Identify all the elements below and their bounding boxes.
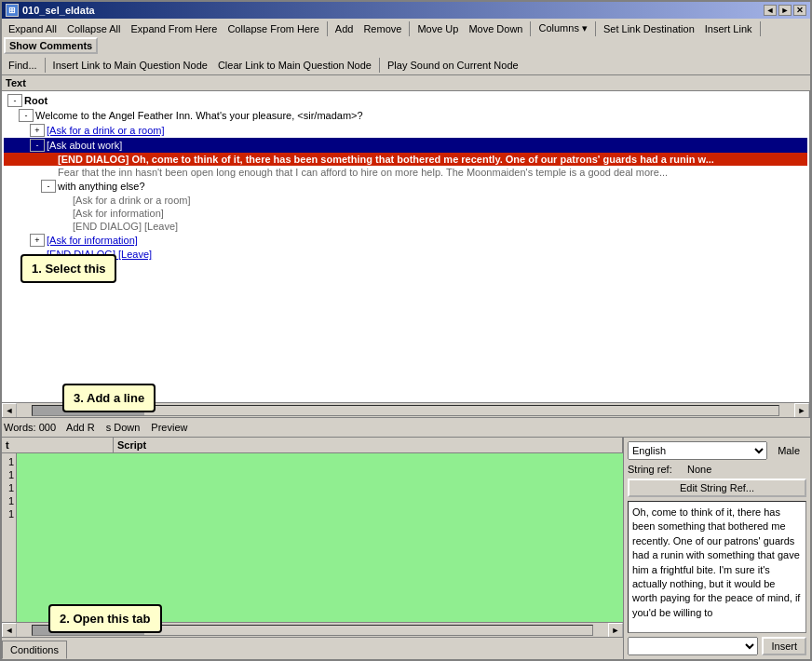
- line-1: 1: [2, 455, 16, 468]
- language-select[interactable]: English: [628, 441, 767, 460]
- conditions-tab[interactable]: Conditions: [2, 641, 67, 659]
- props-stringref-row: String ref: None: [628, 464, 806, 475]
- expander-work[interactable]: -: [30, 139, 45, 152]
- tree-info-sub-text: [Ask for information]: [73, 208, 164, 219]
- tree-node-anything[interactable]: - with anything else?: [4, 179, 807, 194]
- string-ref-label: String ref:: [628, 464, 683, 475]
- script-scroll-left-btn[interactable]: ◄: [2, 623, 17, 638]
- nav-back-btn[interactable]: ◄: [764, 5, 777, 16]
- nav-forward-btn[interactable]: ►: [778, 5, 792, 16]
- line-5: 1: [2, 507, 16, 520]
- tree-drink-sub-text: [Ask for a drink or a room]: [73, 195, 191, 206]
- tree-node-drink-sub[interactable]: [Ask for a drink or a room]: [4, 194, 807, 207]
- tree-node-fear[interactable]: Fear that the inn hasn't been open long …: [4, 166, 807, 179]
- collapse-from-here-btn[interactable]: Collapse From Here: [223, 21, 323, 36]
- show-comments-btn[interactable]: Show Comments: [4, 37, 98, 54]
- expander-drink[interactable]: +: [30, 124, 45, 137]
- tooltip-select-this: 1. Select this: [20, 254, 116, 283]
- script-scroll-right-btn[interactable]: ►: [608, 623, 623, 638]
- tree-area[interactable]: - Root - Welcome to the Angel Feather In…: [2, 91, 809, 402]
- bottom-tabs: Conditions 2. Open this tab: [2, 637, 623, 659]
- props-panel: English Male String ref: None Edit Strin…: [624, 438, 810, 659]
- male-btn[interactable]: Male: [771, 442, 806, 459]
- scroll-left-btn[interactable]: ◄: [2, 403, 17, 418]
- script-content-row: 1 1 1 1 1: [2, 453, 623, 622]
- script-header: t Script: [2, 438, 623, 453]
- bottom-panel: Words: 000 Add R 3. Add a line s Down Pr…: [2, 417, 810, 659]
- remove-btn[interactable]: Remove: [359, 21, 406, 36]
- bottom-content: t Script 1 1 1 1 1 ◄: [2, 438, 810, 659]
- move-down-btn[interactable]: Move Down: [464, 21, 527, 36]
- toolbar-row-1: Expand All Collapse All Expand From Here…: [2, 19, 810, 56]
- props-language-row: English Male: [628, 441, 806, 460]
- string-ref-value: None: [687, 464, 711, 475]
- clear-link-main-btn[interactable]: Clear Link to Main Question Node: [213, 58, 376, 73]
- columns-btn[interactable]: Columns ▾: [534, 20, 591, 36]
- tree-node-leave[interactable]: [END DIALOG] [Leave]: [4, 248, 807, 261]
- toolbar-row-2: Find... Insert Link to Main Question Nod…: [2, 56, 810, 74]
- line-numbers: 1 1 1 1 1: [2, 453, 17, 622]
- s-down-btn[interactable]: s Down: [102, 420, 145, 435]
- tree-root-label: Root: [24, 95, 47, 106]
- expander-root[interactable]: -: [7, 94, 22, 107]
- insert-select[interactable]: [628, 637, 758, 655]
- tree-anything-text: with anything else?: [58, 181, 145, 192]
- tree-node-welcome[interactable]: - Welcome to the Angel Feather Inn. What…: [4, 108, 807, 123]
- separator-1: [327, 21, 328, 36]
- edit-string-ref-btn[interactable]: Edit String Ref...: [628, 479, 806, 497]
- props-text-area: Oh, come to think of it, there has been …: [628, 501, 806, 633]
- tree-node-root[interactable]: - Root: [4, 93, 807, 108]
- script-table[interactable]: [17, 453, 623, 622]
- play-sound-btn[interactable]: Play Sound on Current Node: [383, 58, 523, 73]
- tree-welcome-text: Welcome to the Angel Feather Inn. What's…: [35, 110, 363, 121]
- tree-node-info-sub[interactable]: [Ask for information]: [4, 207, 807, 220]
- main-area: - Root - Welcome to the Angel Feather In…: [2, 91, 810, 417]
- separator-6: [45, 58, 46, 73]
- title-bar-controls: ◄ ► ✕: [764, 5, 806, 16]
- set-link-dest-btn[interactable]: Set Link Destination: [599, 21, 699, 36]
- tree-node-work[interactable]: - [Ask about work]: [4, 138, 807, 153]
- expander-welcome[interactable]: -: [19, 109, 34, 122]
- line-3: 1: [2, 481, 16, 494]
- tooltip-add-line: 3. Add a line: [62, 384, 156, 412]
- props-bottom-row: Insert: [628, 637, 806, 655]
- separator-7: [379, 58, 380, 73]
- tree-leave-sub-text: [END DIALOG] [Leave]: [73, 221, 178, 232]
- window-title: 010_sel_eldata: [22, 5, 95, 16]
- insert-link-btn[interactable]: Insert Link: [700, 21, 757, 36]
- separator-4: [595, 21, 596, 36]
- expand-all-btn[interactable]: Expand All: [4, 21, 61, 36]
- col-header-t: t: [2, 438, 114, 452]
- separator-5: [760, 21, 761, 36]
- tree-node-leave-sub[interactable]: [END DIALOG] [Leave]: [4, 220, 807, 233]
- tree-node-info[interactable]: + [Ask for information]: [4, 233, 807, 248]
- line-2: 1: [2, 468, 16, 481]
- move-up-btn[interactable]: Move Up: [413, 21, 463, 36]
- scroll-right-btn[interactable]: ►: [794, 403, 809, 418]
- panel-header: Text: [2, 75, 810, 91]
- tree-drink-text: [Ask for a drink or a room]: [47, 125, 165, 136]
- title-bar-left: ⊞ 010_sel_eldata: [6, 4, 95, 17]
- expander-info[interactable]: +: [30, 234, 45, 247]
- tree-node-drink[interactable]: + [Ask for a drink or a room]: [4, 123, 807, 138]
- expander-anything[interactable]: -: [41, 180, 56, 193]
- main-window: ⊞ 010_sel_eldata ◄ ► ✕ Expand All Collap…: [0, 0, 812, 661]
- find-btn[interactable]: Find...: [4, 58, 42, 73]
- add-btn[interactable]: Add: [331, 21, 359, 36]
- preview-btn[interactable]: Preview: [146, 420, 192, 435]
- script-panel: t Script 1 1 1 1 1 ◄: [2, 438, 624, 659]
- title-bar: ⊞ 010_sel_eldata ◄ ► ✕: [2, 2, 810, 19]
- close-btn[interactable]: ✕: [793, 5, 806, 16]
- insert-btn[interactable]: Insert: [762, 637, 806, 655]
- tree-fear-text: Fear that the inn hasn't been open long …: [58, 167, 668, 178]
- insert-link-main-btn[interactable]: Insert Link to Main Question Node: [48, 58, 212, 73]
- tree-node-enddialog[interactable]: [END DIALOG] Oh, come to think of it, th…: [4, 153, 807, 166]
- tooltip-open-tab: 2. Open this tab: [48, 604, 162, 633]
- words-label: Words: 000: [4, 422, 56, 433]
- bottom-toolbar: Words: 000 Add R 3. Add a line s Down Pr…: [2, 418, 810, 438]
- expand-from-here-btn[interactable]: Expand From Here: [126, 21, 222, 36]
- add-r-btn[interactable]: Add R 3. Add a line: [61, 420, 100, 435]
- tree-work-text: [Ask about work]: [47, 140, 122, 151]
- collapse-all-btn[interactable]: Collapse All: [62, 21, 125, 36]
- tree-panel: - Root - Welcome to the Angel Feather In…: [2, 91, 810, 417]
